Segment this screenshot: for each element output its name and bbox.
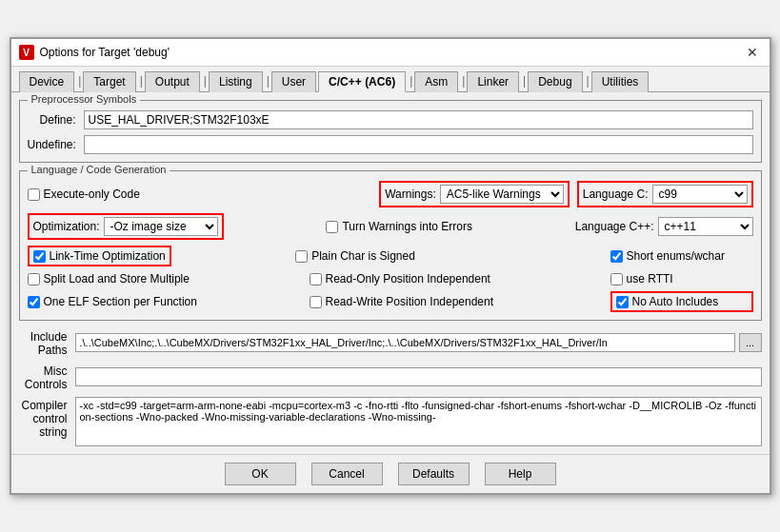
undefine-label: Undefine: (28, 138, 80, 151)
tab-target[interactable]: Target (83, 71, 135, 92)
misc-controls-label: MiscControls (19, 363, 71, 391)
one-elf-label: One ELF Section per Function (44, 295, 197, 308)
separator-2: | (138, 70, 145, 90)
tab-user[interactable]: User (271, 71, 316, 92)
readwrite-pos-row: Read-Write Position Independent (310, 295, 500, 308)
tab-debug[interactable]: Debug (528, 71, 582, 92)
short-enums-label: Short enums/wchar (627, 249, 725, 263)
misc-controls-input[interactable] (75, 367, 762, 386)
title-bar-left: V Options for Target 'debug' (19, 45, 170, 60)
plain-char-row: Plain Char is Signed (295, 249, 486, 263)
define-label: Define: (28, 113, 80, 127)
execute-only-checkbox[interactable] (28, 188, 40, 201)
separator-7: | (521, 70, 528, 90)
tab-utilities[interactable]: Utilities (591, 71, 650, 92)
execute-only-row: Execute-only Code (28, 187, 140, 201)
preprocessor-group: Preprocessor Symbols Define: Undefine: (19, 100, 762, 163)
separator-3: | (202, 70, 209, 90)
split-load-checkbox[interactable] (28, 273, 40, 286)
help-button[interactable]: Help (485, 463, 556, 485)
footer: OK Cancel Defaults Help (11, 454, 770, 493)
tab-cpp[interactable]: C/C++ (AC6) (318, 71, 406, 92)
misc-controls-row: MiscControls (19, 363, 762, 391)
readonly-pos-row: Read-Only Position Independent (310, 272, 500, 286)
tab-device[interactable]: Device (19, 71, 75, 92)
link-time-checkbox[interactable] (33, 250, 46, 263)
dialog-title: Options for Target 'debug' (40, 46, 170, 59)
separator-6: | (460, 70, 467, 90)
app-icon: V (19, 45, 34, 60)
plain-char-checkbox[interactable] (295, 250, 308, 263)
no-auto-container: No Auto Includes (610, 291, 753, 312)
warnings-select[interactable]: AC5-like Warnings (440, 185, 564, 204)
define-row: Define: (28, 110, 753, 129)
short-enums-checkbox[interactable] (610, 250, 623, 263)
turn-warnings-label: Turn Warnings into Errors (342, 220, 471, 233)
readonly-pos-label: Read-Only Position Independent (326, 272, 490, 286)
optimization-container: Optimization: -Oz image size (28, 213, 224, 240)
readwrite-pos-checkbox[interactable] (310, 296, 322, 308)
undefine-input[interactable] (84, 135, 753, 154)
plain-char-label: Plain Char is Signed (311, 249, 415, 263)
include-paths-input[interactable] (75, 333, 735, 352)
no-auto-label: No Auto Includes (632, 295, 719, 308)
title-bar: V Options for Target 'debug' ✕ (11, 39, 770, 67)
use-rtti-label: use RTTI (627, 272, 673, 286)
language-cpp-label: Language C++: (575, 220, 654, 233)
define-input[interactable] (84, 110, 753, 129)
language-c-label: Language C: (583, 187, 649, 201)
language-cpp-select[interactable]: c++11 (658, 217, 753, 236)
preprocessor-label: Preprocessor Symbols (28, 93, 141, 105)
close-button[interactable]: ✕ (743, 43, 762, 62)
language-label: Language / Code Generation (28, 164, 170, 175)
readonly-pos-checkbox[interactable] (310, 273, 322, 286)
cancel-button[interactable]: Cancel (311, 463, 383, 485)
tab-output[interactable]: Output (145, 71, 200, 92)
readwrite-pos-label: Read-Write Position Independent (326, 295, 494, 308)
use-rtti-row: use RTTI (610, 272, 753, 286)
language-c-container: Language C: c99 (577, 181, 753, 207)
main-content: Preprocessor Symbols Define: Undefine: L… (11, 92, 770, 454)
no-auto-checkbox[interactable] (616, 296, 629, 308)
warnings-container: Warnings: AC5-like Warnings (379, 181, 570, 207)
separator-1: | (76, 70, 83, 90)
compiler-label: Compilercontrolstring (19, 397, 71, 439)
include-paths-label: IncludePaths (19, 328, 71, 357)
split-load-row: Split Load and Store Multiple (28, 272, 199, 286)
turn-warnings-checkbox[interactable] (326, 221, 338, 233)
one-elf-row: One ELF Section per Function (28, 295, 199, 308)
execute-only-label: Execute-only Code (44, 187, 140, 201)
language-cpp-container: Language C++: c++11 (575, 217, 753, 236)
one-elf-checkbox[interactable] (28, 296, 40, 308)
optimization-select[interactable]: -Oz image size (104, 217, 218, 236)
turn-warnings-row: Turn Warnings into Errors (326, 220, 471, 233)
link-time-container: Link-Time Optimization (28, 246, 171, 266)
warnings-label: Warnings: (385, 187, 436, 201)
optimization-label: Optimization: (33, 220, 100, 233)
compiler-string: -xc -std=c99 -target=arm-arm-none-eabi -… (75, 397, 762, 446)
dialog: V Options for Target 'debug' ✕ Device | … (10, 37, 771, 495)
ok-button[interactable]: OK (225, 463, 296, 485)
include-paths-row: IncludePaths ... (19, 328, 762, 357)
tab-linker[interactable]: Linker (467, 71, 519, 92)
language-group: Language / Code Generation Execute-only … (19, 170, 762, 321)
compiler-row: Compilercontrolstring -xc -std=c99 -targ… (19, 397, 762, 446)
language-c-select[interactable]: c99 (652, 185, 748, 204)
include-browse-button[interactable]: ... (739, 333, 762, 352)
tab-bar: Device | Target | Output | Listing | Use… (11, 67, 770, 92)
tab-listing[interactable]: Listing (209, 71, 263, 92)
tab-asm[interactable]: Asm (414, 71, 458, 92)
split-load-label: Split Load and Store Multiple (44, 272, 190, 286)
link-time-label: Link-Time Optimization (50, 249, 166, 263)
separator-4: | (265, 70, 271, 90)
defaults-button[interactable]: Defaults (398, 463, 470, 485)
use-rtti-checkbox[interactable] (610, 273, 623, 286)
short-enums-row: Short enums/wchar (610, 249, 753, 263)
undefine-row: Undefine: (28, 135, 753, 154)
separator-8: | (585, 70, 591, 90)
separator-5: | (408, 70, 414, 90)
